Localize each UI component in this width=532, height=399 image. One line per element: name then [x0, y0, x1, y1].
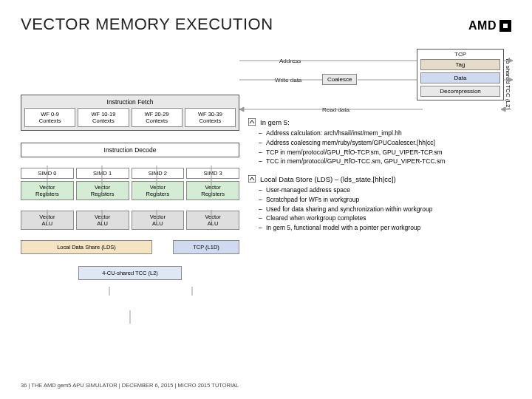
wf-context-1: WF 10-19 Contexts — [78, 108, 129, 127]
lds-box: Local Data Share (LDS) — [21, 240, 152, 254]
wf-context-2: WF 20-29 Contexts — [132, 108, 183, 127]
instruction-fetch-box: Instruction Fetch WF 0-9 Contexts WF 10-… — [21, 95, 239, 131]
simd-1: SIMD 1 — [76, 168, 129, 179]
sub-1-2: –TCP in mem/protocol/GPU_RfO-TCP.sm, GPU… — [259, 148, 511, 157]
valu-3: Vector ALU — [186, 211, 239, 230]
address-label: Address — [279, 58, 301, 64]
tcp-l1d-box: TCP (L1D) — [173, 240, 239, 254]
cu-diagram: Instruction Fetch WF 0-9 Contexts WF 10-… — [21, 95, 239, 280]
valu-2: Vector ALU — [132, 211, 185, 230]
svg-marker-17 — [239, 107, 244, 112]
simd-2: SIMD 2 — [132, 168, 185, 179]
bullet-icon — [248, 175, 256, 183]
footer-text: 36 | THE AMD gem5 APU SIMULATOR | DECEMB… — [21, 382, 239, 389]
amd-arrow-icon — [499, 20, 511, 32]
bullet-icon — [248, 118, 256, 126]
wf-context-0: WF 0-9 Contexts — [24, 108, 75, 127]
instruction-decode-box: Instruction Decode — [21, 143, 239, 157]
vreg-3: Vector Registers — [186, 181, 239, 200]
svg-rect-25 — [248, 175, 256, 183]
amd-logo: AMD — [468, 19, 511, 33]
tcp-detail-box: TCP Tag Data Decompression — [417, 49, 504, 100]
simd-3: SIMD 3 — [186, 168, 239, 179]
sub-2-2: –Used for data sharing and synchronizati… — [259, 205, 511, 214]
tcc-l2-box: 4-CU-shared TCC (L2) — [78, 266, 182, 280]
coalesce-box: Coalesce — [322, 74, 357, 85]
bullet-2: Local Data Store (LDS) – (lds_state.[hh|… — [260, 175, 396, 183]
sub-1-0: –Address calculation: arch/hsail/inst/me… — [259, 129, 511, 138]
sub-2-3: –Cleared when workgroup completes — [259, 214, 511, 223]
sub-1-3: –TCC in mem/protocol/GPU_RfO-TCC.sm, GPU… — [259, 157, 511, 166]
write-data-label: Write data — [275, 77, 301, 83]
tag-box: Tag — [420, 59, 500, 70]
tcp-title: TCP — [420, 51, 500, 58]
sub-2-4: –In gem 5, functional model with a point… — [259, 223, 511, 233]
ifetch-header: Instruction Fetch — [24, 98, 236, 106]
svg-rect-24 — [248, 118, 256, 126]
vreg-0: Vector Registers — [21, 181, 74, 200]
decompression-box: Decompression — [420, 86, 500, 97]
side-label: To shared TCC (L2) — [505, 58, 511, 109]
simd-0: SIMD 0 — [21, 168, 74, 179]
logo-text: AMD — [468, 19, 497, 33]
page-title: VECTOR MEMORY EXECUTION — [21, 15, 511, 34]
vreg-1: Vector Registers — [76, 181, 129, 200]
wf-context-3: WF 30-39 Contexts — [185, 108, 236, 127]
sub-2-0: –User-managed address space — [259, 185, 511, 195]
bullet-1: In gem 5: — [260, 118, 290, 126]
sub-1-1: –Address coalescing mem/ruby/system/GPUC… — [259, 138, 511, 148]
valu-1: Vector ALU — [76, 211, 129, 230]
vreg-2: Vector Registers — [132, 181, 185, 200]
valu-0: Vector ALU — [21, 211, 74, 230]
sub-2-1: –Scratchpad for WFs in workgroup — [259, 195, 511, 205]
data-box: Data — [420, 72, 500, 83]
read-data-label: Read data — [322, 106, 349, 113]
